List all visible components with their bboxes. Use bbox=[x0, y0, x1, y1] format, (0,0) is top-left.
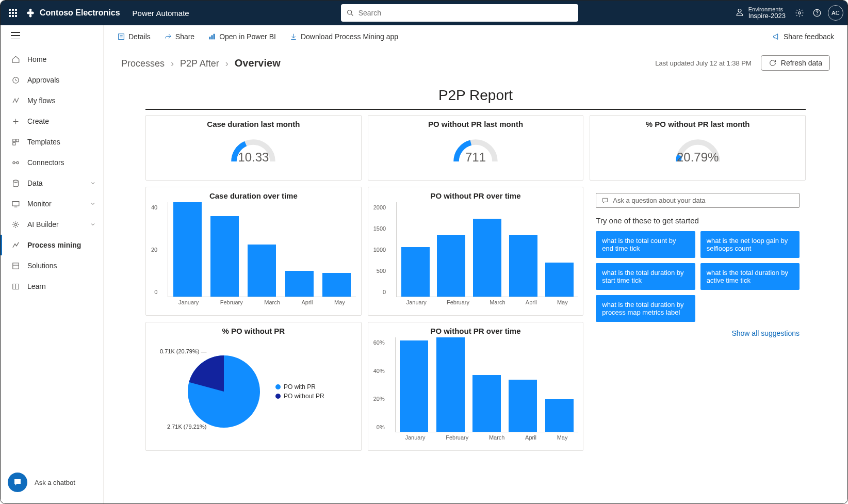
last-updated: Last updated July 12 at 1:38 PM bbox=[655, 59, 751, 67]
sidebar-item-process-mining[interactable]: Process mining bbox=[1, 235, 103, 255]
breadcrumb-root[interactable]: Processes bbox=[121, 58, 165, 69]
nav-label: Data bbox=[27, 179, 43, 187]
app-launcher-button[interactable] bbox=[5, 5, 21, 21]
bar bbox=[322, 273, 351, 297]
home-icon bbox=[11, 55, 20, 64]
nav-list: HomeApprovalsMy flowsCreateTemplatesConn… bbox=[1, 46, 103, 465]
share-icon bbox=[164, 32, 172, 41]
chart-percent-po-without-pr-over-time[interactable]: PO without PR over time 60%40%20%0%Janua… bbox=[368, 322, 584, 451]
kpi-value: 711 bbox=[465, 150, 486, 165]
sidebar-item-connectors[interactable]: Connectors bbox=[1, 152, 103, 173]
chatbot-button[interactable]: Ask a chatbot bbox=[1, 465, 103, 503]
svg-rect-24 bbox=[211, 35, 213, 39]
bar bbox=[401, 247, 430, 297]
sidebar-item-data[interactable]: Data bbox=[1, 173, 103, 193]
nav-label: Home bbox=[27, 55, 46, 63]
search-icon bbox=[346, 9, 354, 17]
show-all-suggestions-link[interactable]: Show all suggestions bbox=[596, 329, 800, 337]
chevron-down-icon bbox=[90, 180, 96, 186]
brand: Contoso Electronics bbox=[25, 8, 120, 18]
approvals-icon bbox=[11, 76, 20, 85]
qna-input[interactable]: Ask a question about your data bbox=[596, 193, 800, 208]
main-content: Details Share Open in Power BI Download … bbox=[104, 25, 847, 503]
chart-percent-po-without-pr[interactable]: % PO without PR 0.71K (20.79%) — 2.71K (… bbox=[145, 322, 362, 451]
nav-label: Connectors bbox=[27, 158, 64, 167]
powerbi-icon bbox=[208, 32, 216, 41]
settings-button[interactable] bbox=[791, 4, 808, 22]
chatbot-label: Ask a chatbot bbox=[35, 479, 75, 486]
kpi-value: 10.33 bbox=[238, 150, 269, 165]
svg-rect-15 bbox=[12, 201, 19, 206]
environment-picker[interactable]: Environments Inspire-2023 bbox=[735, 6, 786, 20]
chart-po-without-pr-over-time[interactable]: PO without PR over time 2000150010005000… bbox=[368, 187, 584, 316]
qna-suggestion[interactable]: what is the total duration by start time… bbox=[596, 263, 695, 290]
sidebar-item-create[interactable]: Create bbox=[1, 111, 103, 132]
kpi-tile-1[interactable]: PO without PR last month 711 bbox=[368, 115, 584, 181]
qna-suggestion[interactable]: what is the total duration by process ma… bbox=[596, 295, 695, 322]
svg-point-12 bbox=[16, 161, 18, 164]
qna-suggestion[interactable]: what is the total duration by active tim… bbox=[700, 263, 800, 290]
bar bbox=[436, 337, 465, 432]
chevron-down-icon bbox=[90, 201, 96, 207]
svg-rect-25 bbox=[214, 34, 215, 40]
details-button[interactable]: Details bbox=[112, 29, 156, 44]
qna-suggestion[interactable]: what is the net loop gain by selfloops c… bbox=[700, 231, 800, 258]
refresh-data-button[interactable]: Refresh data bbox=[761, 55, 830, 71]
help-button[interactable] bbox=[808, 4, 826, 22]
top-bar: Contoso Electronics Power Automate Envir… bbox=[1, 1, 847, 25]
svg-point-2 bbox=[798, 12, 801, 14]
collapse-nav-button[interactable] bbox=[11, 32, 20, 39]
environment-label: Environments bbox=[748, 6, 786, 12]
share-feedback-button[interactable]: Share feedback bbox=[767, 29, 839, 44]
create-icon bbox=[11, 117, 20, 126]
sidebar-item-home[interactable]: Home bbox=[1, 49, 103, 70]
kpi-value: 20.79% bbox=[677, 150, 719, 165]
kpi-tile-2[interactable]: % PO without PR last month 20.79% bbox=[590, 115, 806, 181]
search-box[interactable] bbox=[341, 4, 578, 22]
report-title: P2P Report bbox=[145, 81, 806, 109]
command-bar: Details Share Open in Power BI Download … bbox=[104, 25, 847, 48]
bar bbox=[509, 380, 537, 432]
sidebar-item-approvals[interactable]: Approvals bbox=[1, 70, 103, 90]
nav-label: My flows bbox=[27, 96, 55, 105]
learn-icon bbox=[11, 282, 20, 291]
user-avatar[interactable]: AC bbox=[828, 5, 843, 21]
sidebar-item-ai-builder[interactable]: AI Builder bbox=[1, 214, 103, 235]
svg-point-14 bbox=[13, 180, 18, 182]
kpi-tile-0[interactable]: Case duration last month 10.33 bbox=[145, 115, 362, 181]
svg-rect-20 bbox=[119, 34, 124, 40]
bar bbox=[248, 245, 276, 297]
sidebar-item-templates[interactable]: Templates bbox=[1, 132, 103, 152]
solutions-icon bbox=[11, 262, 20, 270]
download-icon bbox=[289, 32, 298, 41]
qna-prompt: Try one of these to get started bbox=[596, 216, 800, 225]
nav-label: Process mining bbox=[27, 241, 81, 249]
chevron-down-icon bbox=[90, 221, 96, 227]
breadcrumb-child[interactable]: P2P After bbox=[180, 58, 219, 69]
data-icon bbox=[11, 179, 20, 188]
share-button[interactable]: Share bbox=[159, 29, 200, 44]
sidebar-item-my-flows[interactable]: My flows bbox=[1, 90, 103, 111]
bar bbox=[437, 235, 465, 297]
bar bbox=[545, 399, 574, 432]
product-name[interactable]: Power Automate bbox=[133, 9, 189, 18]
chart-case-duration-over-time[interactable]: Case duration over time 40200JanuaryFebr… bbox=[145, 187, 362, 316]
sidebar-item-monitor[interactable]: Monitor bbox=[1, 193, 103, 214]
nav-label: Approvals bbox=[27, 76, 59, 84]
sidebar-item-solutions[interactable]: Solutions bbox=[1, 255, 103, 276]
gear-icon bbox=[795, 8, 804, 18]
nav-label: Create bbox=[27, 117, 49, 125]
bar bbox=[509, 235, 537, 297]
svg-rect-10 bbox=[12, 142, 15, 145]
ai-icon bbox=[11, 220, 20, 229]
sidebar-item-learn[interactable]: Learn bbox=[1, 276, 103, 297]
pie-slice-label-a: 0.71K (20.79%) — bbox=[160, 348, 207, 354]
search-input[interactable] bbox=[358, 9, 573, 17]
qna-suggestion[interactable]: what is the total count by end time tick bbox=[596, 231, 695, 258]
breadcrumb-current: Overview bbox=[235, 57, 281, 69]
breadcrumb: Processes › P2P After › Overview bbox=[121, 57, 281, 69]
download-app-button[interactable]: Download Process Mining app bbox=[284, 29, 403, 44]
open-powerbi-button[interactable]: Open in Power BI bbox=[203, 29, 281, 44]
svg-point-0 bbox=[347, 10, 351, 14]
svg-line-1 bbox=[351, 14, 353, 15]
